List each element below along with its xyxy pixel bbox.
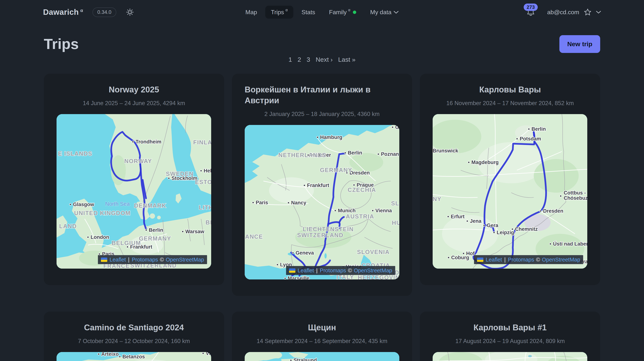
map-city-label: Helsin	[204, 168, 211, 174]
map-city-label: Dresden	[543, 208, 563, 214]
version-badge: 0.34.0	[92, 7, 116, 17]
map-city-label: Munich	[338, 208, 356, 213]
protomaps-link[interactable]: Protomaps	[132, 257, 158, 263]
theme-toggle-button[interactable]	[126, 8, 134, 16]
map-city-label: Ústí nad Labem	[553, 241, 587, 247]
map-city-label: Gd	[395, 125, 399, 130]
trip-map[interactable]	[433, 352, 587, 361]
map-city-label: Jena	[470, 218, 482, 224]
account-dropdown-toggle[interactable]	[596, 11, 601, 14]
nav-item-family[interactable]: Familyα	[324, 6, 362, 19]
trip-map[interactable]: Arteixo Betanzos Vila Carballo	[56, 352, 211, 361]
nav-stats-label: Stats	[302, 9, 315, 16]
navbar: Dawarichα 0.34.0 Map Tripsα Stats Family…	[0, 0, 644, 24]
trip-title: Воркейшен в Италии и лыжи в Австрии	[245, 84, 400, 106]
notifications-count-badge: 273	[524, 3, 538, 11]
pagination-next[interactable]: Next ›	[316, 56, 333, 63]
chevron-down-icon	[596, 11, 601, 14]
trip-map[interactable]: Berlin Potsdam Brunswick Magdeburg Cottb…	[433, 114, 587, 269]
page-title: Trips	[44, 35, 79, 52]
openstreetmap-link[interactable]: OpenStreetMap	[542, 257, 580, 263]
map-country-label: SLOVA	[391, 200, 399, 207]
trips-page: Dawarichα 0.34.0 Map Tripsα Stats Family…	[0, 0, 644, 361]
map-city-label: Chósebuz	[564, 195, 587, 201]
map-country-label: SLOVENIA	[357, 249, 390, 255]
nav-family-alpha: α	[348, 8, 350, 12]
map-canvas-land	[433, 352, 587, 361]
brand-logo[interactable]: Dawarichα	[43, 8, 83, 17]
map-city-label: Berlin	[348, 150, 362, 156]
leaflet-link[interactable]: Leaflet	[486, 257, 502, 263]
map-country-label: LITHUANIA	[199, 204, 211, 211]
trip-card-workation-italy-austria[interactable]: Воркейшен в Италии и лыжи в Австрии 2 Ja…	[232, 74, 412, 296]
map-canvas-baltic-coast: Stralsund	[245, 352, 399, 361]
trip-map[interactable]: Stralsund	[245, 352, 399, 361]
trip-card-szczecin[interactable]: Щецин 14 September 2024 – 16 September 2…	[232, 312, 412, 361]
leaflet-link[interactable]: Leaflet	[298, 268, 314, 274]
map-city-label: Poznan	[381, 151, 399, 157]
map-city-label: Erfurt	[451, 214, 465, 219]
map-country-label: E ISLANDS	[58, 150, 92, 157]
trip-dates: 17 August 2024 – 19 August 2024, 809 km	[433, 338, 588, 345]
user-email-menu[interactable]: ab@cd.com	[547, 9, 579, 16]
map-city-label: Stralsund	[294, 358, 317, 361]
map-country-label: NY	[433, 196, 442, 202]
map-city-label: Arteixo	[101, 352, 119, 357]
brand-label: Dawarich	[43, 8, 79, 16]
leaflet-link[interactable]: Leaflet	[110, 257, 126, 263]
trip-title: Camino de Santiago 2024	[56, 322, 211, 333]
trip-card-karlovy-vary[interactable]: Карловы Вары 16 November 2024 – 17 Novem…	[420, 74, 600, 285]
new-trip-button[interactable]: New trip	[560, 35, 600, 53]
openstreetmap-link[interactable]: OpenStreetMap	[166, 257, 204, 263]
map-city-label: London	[90, 234, 109, 240]
map-country-label: SWITZERLAND	[297, 232, 344, 239]
trip-map[interactable]: Trondheim Helsin Stockholm Glasgow Londo…	[56, 114, 211, 269]
attribution-separator: |	[316, 268, 318, 274]
map-city-label: Berlin	[532, 126, 546, 132]
map-canvas-saxony: Berlin Potsdam Brunswick Magdeburg Cottb…	[433, 114, 587, 269]
nav-item-trips[interactable]: Tripsα	[265, 6, 293, 19]
map-city-label: Betanzos	[122, 354, 145, 360]
trip-map[interactable]: Gd Hamburg Hanover Berlin Poznan Dresden…	[245, 125, 399, 280]
trip-dates: 2 January 2025 – 18 January 2025, 4360 k…	[245, 111, 400, 117]
notifications-button[interactable]: 273	[526, 7, 535, 17]
copyright-symbol: ©	[160, 257, 164, 263]
nav-item-map[interactable]: Map	[240, 6, 263, 19]
trip-dates: 16 November 2024 – 17 November 2024, 852…	[433, 100, 588, 107]
favorite-button[interactable]	[584, 8, 592, 16]
trip-card-karlovy-vary-1[interactable]: Карловы Вары #1 17 August 2024 – 19 Augu…	[420, 312, 600, 361]
protomaps-link[interactable]: Protomaps	[320, 268, 346, 274]
ukraine-flag-icon	[101, 258, 107, 262]
ukraine-flag-icon	[289, 268, 296, 273]
map-country-label: ANCE	[245, 233, 263, 240]
map-country-label: LIECHTENSTEIN	[303, 226, 354, 233]
map-city-label: Frankfurt	[307, 183, 329, 188]
map-canvas-scandinavia: Trondheim Helsin Stockholm Glasgow Londo…	[56, 114, 211, 269]
pagination-last[interactable]: Last »	[338, 56, 356, 63]
map-country-label: LAND	[59, 223, 77, 230]
map-city-label: Vienna	[375, 208, 392, 213]
map-attribution: Leaflet | Protomaps © OpenStreetMap	[286, 266, 395, 275]
map-city-label: Marseille	[288, 276, 310, 280]
map-city-label: Paris	[256, 200, 268, 205]
map-attribution: Leaflet | Protomaps © OpenStreetMap	[98, 255, 207, 264]
trip-dates: 14 June 2025 – 24 June 2025, 4294 km	[56, 100, 211, 107]
map-country-label: BELGIUM	[112, 240, 141, 246]
pagination: 1 2 3 Next › Last »	[0, 56, 644, 63]
map-canvas-galicia: Arteixo Betanzos Vila Carballo	[56, 352, 211, 361]
openstreetmap-link[interactable]: OpenStreetMap	[354, 268, 392, 274]
map-country-label: HERZEGOVINA	[358, 274, 399, 280]
map-country-label: GERMANY	[139, 235, 171, 242]
trip-card-camino-de-santiago[interactable]: Camino de Santiago 2024 7 October 2024 –…	[44, 312, 224, 361]
trip-card-norway-2025[interactable]: Norway 2025 14 June 2025 – 24 June 2025,…	[44, 74, 224, 285]
pagination-page-3[interactable]: 3	[307, 56, 310, 63]
pagination-page-1[interactable]: 1	[288, 56, 292, 63]
nav-item-stats[interactable]: Stats	[296, 6, 321, 19]
protomaps-link[interactable]: Protomaps	[508, 257, 534, 263]
pagination-page-2[interactable]: 2	[298, 56, 301, 63]
map-country-label: NORWAY	[124, 158, 152, 164]
nav-item-my-data[interactable]: My data	[364, 6, 404, 19]
map-city-label: Brunswick	[433, 148, 458, 154]
trips-grid: Norway 2025 14 June 2025 – 24 June 2025,…	[44, 74, 600, 361]
trip-title: Карловы Вары #1	[433, 322, 588, 333]
